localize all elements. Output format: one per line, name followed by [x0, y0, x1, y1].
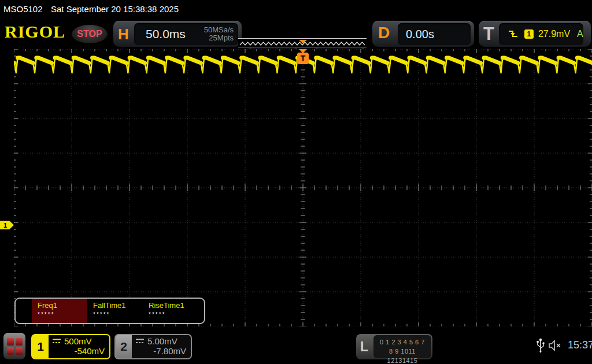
channel1-scale: 500mV — [64, 336, 92, 346]
datetime-text: Sat September 20 15:38:38 2025 — [51, 4, 179, 14]
dc-coupling-icon — [52, 338, 61, 344]
measurement-value: ***** — [93, 311, 143, 318]
oscilloscope-screen: MSO5102 Sat September 20 15:38:38 2025 R… — [0, 0, 592, 364]
graticule: T 1 Freq1 ***** FallTime1 ***** RiseTime… — [14, 49, 592, 326]
logic-label: L — [356, 334, 372, 359]
mute-speaker-icon[interactable] — [548, 340, 563, 351]
measurement-panel: Freq1 ***** FallTime1 ***** RiseTime1 **… — [14, 298, 205, 324]
logic-row1: 0 1 2 3 4 5 6 7 — [373, 338, 431, 347]
channel2-number: 2 — [116, 335, 132, 358]
header-bar: RIGOL STOP H 50.0ms 50MSa/s 25Mpts Measu… — [0, 17, 592, 49]
overview-zigzag — [238, 39, 367, 47]
trigger-label: T — [483, 24, 494, 44]
trigger-sweep-mode: A — [577, 29, 583, 39]
trigger-level-value: 27.9mV — [538, 29, 570, 39]
delay-block[interactable]: D 0.00s — [372, 21, 474, 47]
channel2-block[interactable]: 2 5.00mV -7.80mV — [114, 334, 192, 359]
delay-inset: 0.00s — [398, 23, 471, 45]
measurement-risetime1[interactable]: RiseTime1 ***** — [143, 299, 198, 323]
measurement-falltime1[interactable]: FallTime1 ***** — [87, 299, 143, 323]
channel1-offset: -540mV — [52, 346, 105, 356]
measurement-label: FallTime1 — [93, 301, 143, 310]
delay-label: D — [378, 24, 390, 42]
sample-rate: 50MSa/s — [204, 26, 234, 34]
horizontal-label: H — [118, 25, 129, 43]
measurement-freq1[interactable]: Freq1 ***** — [32, 299, 87, 323]
memory-depth: 25Mpts — [204, 34, 234, 42]
measurement-value: ***** — [149, 311, 198, 318]
trigger-source-badge: 1 — [524, 29, 534, 39]
channel2-scale: 5.00mV — [147, 336, 177, 346]
dc-coupling-icon — [135, 338, 145, 344]
trigger-block[interactable]: T 1 27.9mV A — [479, 21, 591, 47]
top-status-bar: MSO5102 Sat September 20 15:38:38 2025 — [0, 0, 592, 17]
channel1-number: 1 — [32, 335, 49, 358]
channel1-ground-marker[interactable]: 1 — [0, 221, 14, 229]
four-squares-icon — [7, 338, 23, 355]
measurement-label: Freq1 — [38, 301, 87, 310]
delay-value: 0.00s — [406, 28, 434, 41]
timebase-value: 50.0ms — [146, 27, 186, 41]
channel1-block[interactable]: 1 500mV -540mV — [31, 334, 110, 359]
waveform-overview-strip[interactable] — [238, 38, 367, 47]
falling-edge-icon — [507, 29, 519, 39]
logic-channels-block[interactable]: L 0 1 2 3 4 5 6 7 8 9 1011 12131415 — [356, 334, 432, 359]
rigol-logo: RIGOL — [5, 22, 65, 42]
run-state-badge: STOP — [72, 25, 108, 43]
usb-icon — [536, 338, 545, 353]
horizontal-inset: 50.0ms 50MSa/s 25Mpts — [134, 23, 238, 45]
measurement-value: ***** — [38, 311, 87, 318]
channel2-offset: -7.80mV — [135, 346, 186, 356]
model-name: MSO5102 — [3, 4, 43, 14]
channel2-values: 5.00mV -7.80mV — [132, 335, 191, 358]
logic-channel-numbers: 0 1 2 3 4 5 6 7 8 9 1011 12131415 — [373, 335, 431, 358]
channel1-values: 500mV -540mV — [49, 335, 109, 358]
trigger-position-marker[interactable]: T — [297, 53, 309, 64]
measurement-label: RiseTime1 — [149, 301, 198, 310]
logic-row2: 8 9 1011 12131415 — [373, 347, 431, 364]
grid-and-waveform — [14, 49, 592, 326]
trigger-inset: 1 27.9mV A — [499, 23, 583, 45]
clock-text: 15:37 — [568, 339, 592, 351]
windows-menu-icon[interactable] — [3, 333, 25, 359]
bottom-bar: 1 500mV -540mV 2 — [0, 326, 592, 364]
acquisition-rates: 50MSa/s 25Mpts — [204, 26, 238, 43]
horizontal-settings-block[interactable]: H 50.0ms 50MSa/s 25Mpts — [113, 21, 242, 47]
